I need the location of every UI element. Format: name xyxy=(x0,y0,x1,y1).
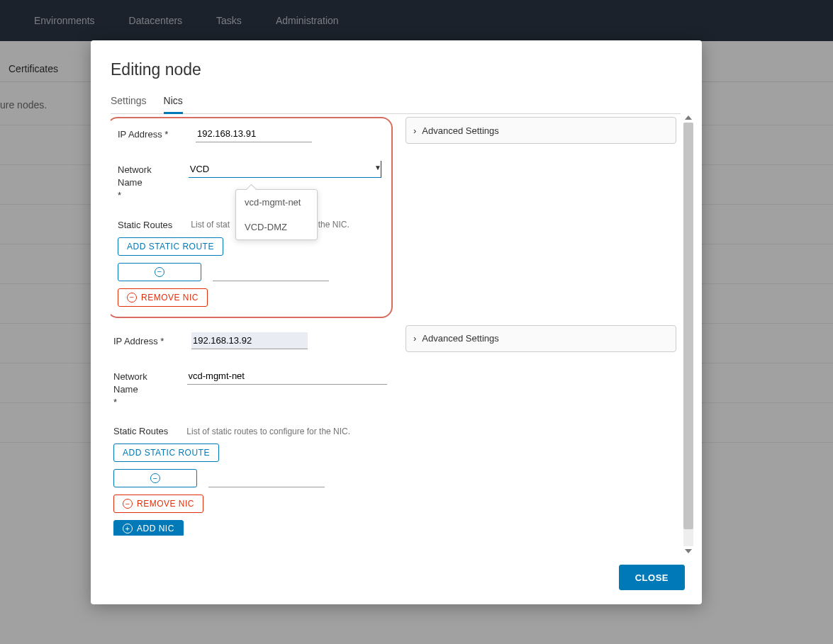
ip-address-input[interactable] xyxy=(196,125,312,142)
scroll-down-icon[interactable] xyxy=(685,549,692,553)
dropdown-option-vcd-mgmt-net[interactable]: vcd-mgmt-net xyxy=(236,190,317,215)
scroll-track[interactable] xyxy=(683,123,693,546)
static-routes-desc: List of static routes to configure for t… xyxy=(186,426,350,436)
minus-circle-icon: − xyxy=(150,473,160,483)
remove-static-route-button[interactable]: − xyxy=(113,469,197,487)
scroll-thumb[interactable] xyxy=(683,123,693,529)
remove-nic-button[interactable]: − REMOVE NIC xyxy=(113,495,203,513)
add-nic-button[interactable]: + ADD NIC xyxy=(113,520,184,536)
ip-address-input[interactable] xyxy=(191,332,308,349)
plus-circle-icon: + xyxy=(123,524,133,533)
static-routes-title: Static Routes xyxy=(113,426,168,436)
chevron-right-icon: › xyxy=(413,333,416,344)
network-name-label: Network Name * xyxy=(113,368,187,409)
ip-label: IP Address * xyxy=(118,125,196,141)
network-name-dropdown: vcd-mgmt-net VCD-DMZ xyxy=(235,189,318,240)
add-static-route-button[interactable]: ADD STATIC ROUTE xyxy=(113,444,219,462)
advanced-settings-label: Advanced Settings xyxy=(422,125,498,136)
scrollbar[interactable] xyxy=(683,114,693,555)
close-button[interactable]: CLOSE xyxy=(619,565,685,590)
network-name-input[interactable] xyxy=(187,368,388,385)
ip-label: IP Address * xyxy=(113,332,191,348)
add-static-route-button[interactable]: ADD STATIC ROUTE xyxy=(118,237,223,256)
minus-circle-icon: − xyxy=(123,499,133,509)
edit-node-modal: Editing node Settings Nics IP Address * xyxy=(91,40,702,604)
network-name-label: Network Name * xyxy=(118,161,189,203)
modal-title: Editing node xyxy=(111,60,693,79)
nic-block-2: IP Address * Network Name * xyxy=(111,325,393,536)
tab-nics[interactable]: Nics xyxy=(164,95,183,114)
static-route-input[interactable] xyxy=(213,269,329,281)
remove-static-route-button[interactable]: − xyxy=(118,263,201,281)
minus-circle-icon: − xyxy=(127,293,137,303)
minus-circle-icon: − xyxy=(155,267,164,277)
scroll-up-icon[interactable] xyxy=(685,115,692,120)
static-route-input[interactable] xyxy=(208,475,325,487)
network-name-input[interactable] xyxy=(189,161,381,178)
dropdown-option-vcd-dmz[interactable]: VCD-DMZ xyxy=(236,215,317,239)
remove-nic-button[interactable]: − REMOVE NIC xyxy=(118,288,208,307)
advanced-settings-toggle[interactable]: › Advanced Settings xyxy=(406,325,676,352)
chevron-down-icon[interactable]: ▼ xyxy=(374,164,381,171)
static-routes-title: Static Routes xyxy=(118,220,172,230)
advanced-settings-toggle[interactable]: › Advanced Settings xyxy=(406,117,676,144)
chevron-right-icon: › xyxy=(413,125,416,136)
tab-settings[interactable]: Settings xyxy=(111,95,147,113)
modal-tabs: Settings Nics xyxy=(111,95,681,114)
advanced-settings-label: Advanced Settings xyxy=(422,333,498,344)
modal-body: IP Address * Network Name * xyxy=(111,114,683,555)
nic-block-1: IP Address * Network Name * xyxy=(111,117,393,318)
